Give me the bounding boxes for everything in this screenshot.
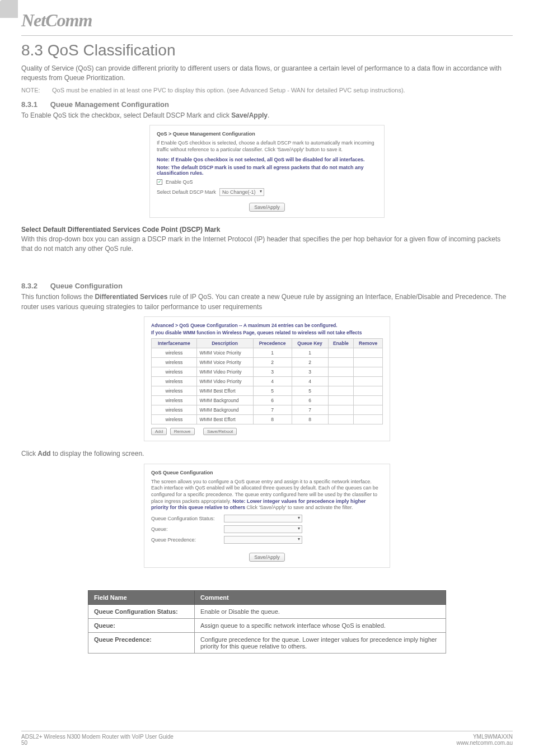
screenshot-queue-config: QoS Queue Configuration The screen allow… [144, 464, 390, 568]
text-run: Click 'Save/Apply' to save and activate … [245, 505, 353, 510]
qconfig-precedence-row: Queue Precedence: [151, 536, 383, 544]
cell-remove [354, 405, 383, 415]
cell-queue-key: 2 [292, 358, 328, 367]
cell-precedence: 3 [253, 367, 292, 377]
table-row: wireless WMM Voice Priority 2 2 [152, 358, 383, 367]
cell-enable [328, 377, 354, 386]
cell-queue-key: 4 [292, 377, 328, 386]
queue-select[interactable] [224, 525, 302, 533]
comment-cell: Configure precedence for the queue. Lowe… [195, 633, 446, 654]
cell-description: WMM Best Effort [196, 386, 253, 396]
text-run: This function follows the [21, 293, 95, 301]
cell-queue-key: 1 [292, 348, 328, 358]
cell-interface: wireless [152, 415, 197, 424]
text-bold: Differentiated Services [95, 293, 167, 301]
field-name-cell: Queue Precedence: [88, 633, 195, 654]
dscp-label: Select Default DSCP Mark [157, 189, 216, 195]
text-bold: Save/Apply [231, 111, 268, 119]
table-row: Queue Precedence: Configure precedence f… [88, 633, 446, 654]
cell-description: WMM Voice Priority [196, 348, 253, 358]
cell-precedence: 6 [253, 396, 292, 405]
note-line: NOTE: QoS must be enabled in at least on… [21, 87, 513, 94]
cell-description: WMM Best Effort [196, 415, 253, 424]
queue-label: Queue: [151, 526, 224, 532]
cell-interface: wireless [152, 348, 197, 358]
ss1-checkbox-row: ✓ Enable QoS [157, 179, 377, 185]
enable-instruction: To Enable QoS tick the checkbox, select … [21, 111, 513, 120]
col-remove: Remove [354, 339, 383, 348]
cell-remove [354, 348, 383, 358]
table-row: wireless WMM Voice Priority 1 1 [152, 348, 383, 358]
dscp-select[interactable]: No Change(-1) [219, 188, 264, 196]
status-label: Queue Configuration Status: [151, 516, 224, 521]
cell-enable [328, 367, 354, 377]
cell-queue-key: 7 [292, 405, 328, 415]
text-run: To Enable QoS tick the checkbox, select … [21, 111, 231, 119]
save-reboot-button[interactable]: Save/Reboot [203, 428, 237, 435]
cell-enable [328, 386, 354, 396]
save-apply-button[interactable]: Save/Apply [249, 553, 285, 562]
cell-enable [328, 358, 354, 367]
subsection-number: 8.3.2 [21, 282, 48, 290]
ss2-button-row: Add Remove Save/Reboot [151, 428, 383, 435]
cell-precedence: 5 [253, 386, 292, 396]
ss2-header2: If you disable WMM function in Wireless … [151, 330, 383, 336]
field-name-cell: Queue Configuration Status: [88, 605, 195, 619]
subsection-heading-qmc: 8.3.1 Queue Management Configuration [21, 100, 513, 109]
cell-precedence: 4 [253, 377, 292, 386]
table-header-row: Field Name Comment [88, 591, 446, 605]
subsection-number: 8.3.1 [21, 100, 48, 109]
cell-queue-key: 8 [292, 415, 328, 424]
precedence-select[interactable] [224, 536, 302, 544]
comment-cell: Assign queue to a specific network inter… [195, 619, 446, 633]
cell-interface: wireless [152, 386, 197, 396]
field-name-cell: Queue: [88, 619, 195, 633]
table-row: wireless WMM Background 7 7 [152, 405, 383, 415]
table-row: wireless WMM Best Effort 5 5 [152, 386, 383, 396]
footer-product: ADSL2+ Wireless N300 Modem Router with V… [21, 734, 174, 740]
cell-remove [354, 377, 383, 386]
ss3-title: QoS Queue Configuration [151, 470, 383, 475]
note-text: QoS must be enabled in at least one PVC … [52, 87, 405, 94]
subsection-title: Queue Management Configuration [50, 100, 169, 109]
footer-left: ADSL2+ Wireless N300 Modem Router with V… [21, 734, 174, 746]
table-header-row: Interfacename Description Precedence Que… [152, 339, 383, 348]
table-row: Queue Configuration Status: Enable or Di… [88, 605, 446, 619]
cell-remove [354, 415, 383, 424]
table-row: wireless WMM Best Effort 8 8 [152, 415, 383, 424]
save-apply-button[interactable]: Save/Apply [249, 203, 285, 212]
col-queue-key: Queue Key [292, 339, 328, 348]
header-accent [0, 0, 18, 18]
click-add-line: Click Add to display the following scree… [21, 449, 513, 459]
note-label: NOTE: [21, 87, 50, 94]
add-button[interactable]: Add [151, 428, 167, 435]
col-field-name: Field Name [88, 591, 195, 605]
checkbox-label: Enable QoS [166, 179, 193, 185]
ss2-header1: Advanced > QoS Queue Configuration -- A … [151, 323, 383, 329]
brand-logo: NetComm [0, 0, 534, 35]
screenshot-qos-management: QoS > Queue Management Configuration If … [149, 125, 385, 217]
cell-interface: wireless [152, 367, 197, 377]
remove-button[interactable]: Remove [170, 428, 195, 435]
subsection-title: Queue Configuration [50, 282, 123, 290]
qconfig-queue-row: Queue: [151, 525, 383, 533]
cell-precedence: 8 [253, 415, 292, 424]
dscp-heading: Select Default Differentiated Services C… [21, 226, 513, 234]
text-run: to display the following screen. [51, 450, 144, 458]
cell-description: WMM Voice Priority [196, 358, 253, 367]
cell-interface: wireless [152, 396, 197, 405]
ss3-text: The screen allows you to configure a QoS… [151, 479, 383, 511]
page-footer: ADSL2+ Wireless N300 Modem Router with V… [21, 731, 513, 746]
status-select[interactable] [224, 515, 302, 522]
intro-paragraph: Quality of Service (QoS) can provide dif… [21, 64, 513, 83]
qconf-body: This function follows the Differentiated… [21, 292, 513, 312]
cell-description: WMM Background [196, 396, 253, 405]
table-row: Queue: Assign queue to a specific networ… [88, 619, 446, 633]
divider [21, 35, 513, 36]
cell-remove [354, 396, 383, 405]
col-enable: Enable [328, 339, 354, 348]
footer-page-number: 50 [21, 740, 174, 746]
cell-precedence: 1 [253, 348, 292, 358]
col-description: Description [196, 339, 253, 348]
enable-qos-checkbox[interactable]: ✓ [157, 179, 162, 185]
